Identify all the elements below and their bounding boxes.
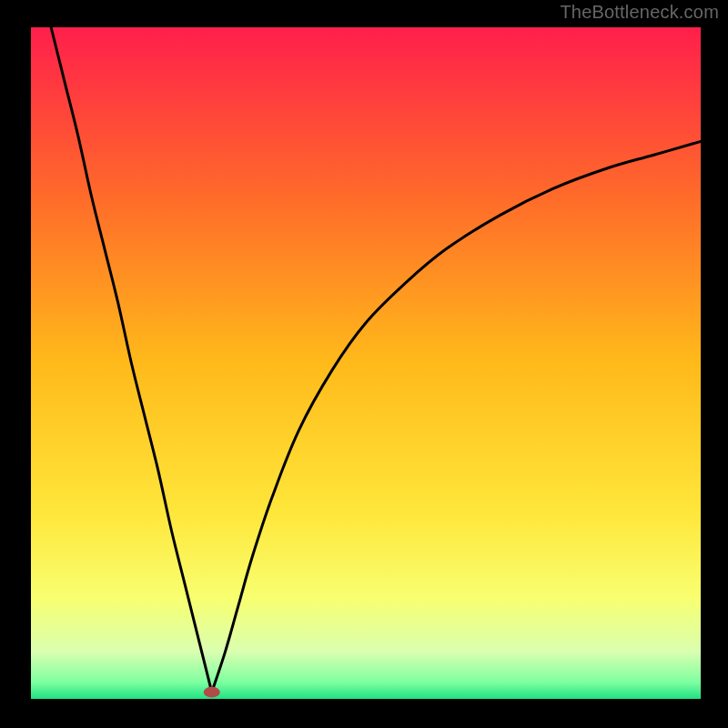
bottleneck-curve: [31, 27, 701, 699]
curve-right-branch: [212, 141, 701, 692]
watermark-text: TheBottleneck.com: [560, 2, 719, 23]
curve-left-branch: [51, 27, 212, 693]
minimum-marker: [204, 687, 220, 698]
plot-area: [31, 27, 701, 699]
chart-frame: TheBottleneck.com: [0, 0, 728, 728]
